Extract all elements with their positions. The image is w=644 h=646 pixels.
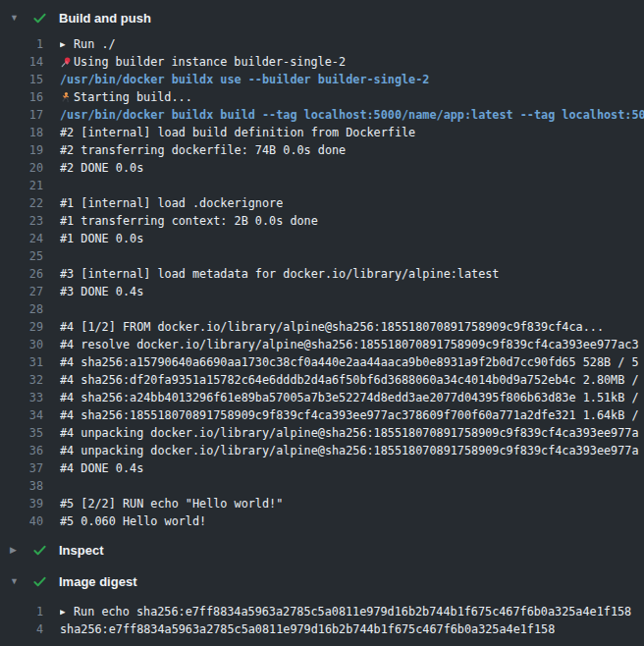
line-text: #4 sha256:185518070891758909c9f839cf4ca3…	[60, 406, 639, 424]
line-text: #4 unpacking docker.io/library/alpine@sh…	[60, 442, 639, 459]
line-text-value: #1 [internal] load .dockerignore	[60, 194, 283, 212]
log-line: 21	[0, 177, 644, 194]
line-number[interactable]: 1	[0, 35, 43, 53]
log-line: 24 #1 DONE 0.0s	[0, 230, 644, 247]
line-text: #1 DONE 0.0s	[60, 230, 143, 247]
log-line: 37 #4 DONE 0.4s	[0, 459, 644, 477]
log-line: 34 #4 sha256:185518070891758909c9f839cf4…	[0, 406, 644, 424]
section-header-inspect[interactable]: ▶ Inspect	[0, 540, 644, 560]
line-number[interactable]: 4	[0, 620, 43, 638]
line-number[interactable]: 23	[0, 212, 43, 230]
line-number[interactable]: 25	[0, 247, 43, 265]
line-text: ▶Run echo sha256:e7ff8834a5963a2785c5a08…	[60, 603, 631, 620]
section-build-and-push: ▼ Build and push 1 ▶Run ./ 14 Using buil…	[0, 8, 644, 530]
line-text: #2 DONE 0.0s	[60, 159, 143, 177]
line-number[interactable]: 32	[0, 371, 43, 389]
line-number[interactable]: 36	[0, 442, 43, 459]
line-text-value: #2 DONE 0.0s	[60, 159, 143, 177]
line-number[interactable]: 17	[0, 106, 43, 124]
line-number[interactable]: 22	[0, 194, 43, 212]
line-text: #3 [internal] load metadata for docker.i…	[60, 265, 499, 283]
log-line: 29 #4 [1/2] FROM docker.io/library/alpin…	[0, 318, 644, 336]
pushpin-icon	[60, 56, 74, 69]
section-inspect: ▶ Inspect	[0, 540, 644, 560]
line-text: Starting build...	[60, 88, 192, 106]
line-text-value: Run echo sha256:e7ff8834a5963a2785c5a081…	[74, 603, 631, 620]
runner-icon	[60, 91, 74, 104]
line-text-value: sha256:e7ff8834a5963a2785c5a0811e979d16b…	[60, 620, 555, 638]
line-number[interactable]: 34	[0, 406, 43, 424]
line-number[interactable]: 26	[0, 265, 43, 283]
line-text-value: Using builder instance builder-single-2	[74, 53, 346, 71]
line-number[interactable]: 31	[0, 353, 43, 371]
line-text: #5 [2/2] RUN echo "Hello world!"	[60, 495, 283, 512]
twisty-icon: ▶	[10, 540, 32, 560]
log-line: 19 #2 transferring dockerfile: 74B 0.0s …	[0, 141, 644, 159]
log-line: 30 #4 resolve docker.io/library/alpine@s…	[0, 336, 644, 353]
twisty-icon: ▼	[10, 8, 32, 27]
log-line: 35 #4 unpacking docker.io/library/alpine…	[0, 424, 644, 442]
section-header-build-and-push[interactable]: ▼ Build and push	[0, 8, 644, 27]
line-text-value: #5 0.060 Hello world!	[60, 512, 206, 530]
log-line: 27 #3 DONE 0.4s	[0, 283, 644, 300]
line-text: #4 sha256:a15790640a6690aa1730c38cf0a440…	[60, 353, 639, 371]
section-body: 1 ▶Run ./ 14 Using builder instance buil…	[0, 35, 644, 530]
line-number[interactable]: 1	[0, 603, 43, 620]
line-text: #2 transferring dockerfile: 74B 0.0s don…	[60, 141, 346, 159]
line-text-value: #4 unpacking docker.io/library/alpine@sh…	[60, 442, 639, 459]
line-number[interactable]: 27	[0, 283, 43, 300]
line-text: #4 resolve docker.io/library/alpine@sha2…	[60, 336, 639, 353]
line-text-value: #3 DONE 0.4s	[60, 283, 143, 300]
line-number[interactable]: 28	[0, 300, 43, 318]
section-image-digest: ▼ Image digest 1 ▶Run echo sha256:e7ff88…	[0, 571, 644, 638]
check-icon	[32, 574, 59, 589]
line-number[interactable]: 35	[0, 424, 43, 442]
line-text-value: #4 sha256:185518070891758909c9f839cf4ca3…	[60, 406, 639, 424]
line-number[interactable]: 24	[0, 230, 43, 247]
line-text-value: #4 sha256:a24bb4013296f61e89ba57005a7b3e…	[60, 389, 639, 406]
line-number[interactable]: 15	[0, 71, 43, 88]
line-number[interactable]: 19	[0, 141, 43, 159]
line-text: #4 DONE 0.4s	[60, 459, 143, 477]
line-number[interactable]: 21	[0, 177, 43, 194]
expand-run-icon[interactable]: ▶	[60, 603, 74, 620]
line-number[interactable]: 30	[0, 336, 43, 353]
line-number[interactable]: 20	[0, 159, 43, 177]
line-number[interactable]: 16	[0, 88, 43, 106]
line-text: #3 DONE 0.4s	[60, 283, 143, 300]
line-text: #1 transferring context: 2B 0.0s done	[60, 212, 318, 230]
section-title: Build and push	[59, 11, 151, 26]
line-text: /usr/bin/docker buildx use --builder bui…	[60, 71, 429, 88]
line-number[interactable]: 37	[0, 459, 43, 477]
line-number[interactable]: 38	[0, 477, 43, 495]
twisty-icon: ▼	[10, 571, 32, 591]
line-text: #4 sha256:a24bb4013296f61e89ba57005a7b3e…	[60, 389, 639, 406]
line-text-value: #4 [1/2] FROM docker.io/library/alpine@s…	[60, 318, 604, 336]
line-number[interactable]: 40	[0, 512, 43, 530]
line-text-value: #2 transferring dockerfile: 74B 0.0s don…	[60, 141, 346, 159]
log-line: 4 sha256:e7ff8834a5963a2785c5a0811e979d1…	[0, 620, 644, 638]
line-text-value: Starting build...	[74, 88, 192, 106]
line-number[interactable]: 18	[0, 124, 43, 141]
line-number[interactable]: 39	[0, 495, 43, 512]
line-text-value: /usr/bin/docker buildx use --builder bui…	[60, 71, 429, 88]
log-line: 15 /usr/bin/docker buildx use --builder …	[0, 71, 644, 88]
log-line: 14 Using builder instance builder-single…	[0, 53, 644, 71]
section-header-image-digest[interactable]: ▼ Image digest	[0, 571, 644, 591]
log-line: 22 #1 [internal] load .dockerignore	[0, 194, 644, 212]
line-number[interactable]: 29	[0, 318, 43, 336]
log-line: 16 Starting build...	[0, 88, 644, 106]
line-text-value: #2 [internal] load build definition from…	[60, 124, 415, 141]
line-text: #5 0.060 Hello world!	[60, 512, 206, 530]
line-number[interactable]: 14	[0, 53, 43, 71]
line-text-value: #3 [internal] load metadata for docker.i…	[60, 265, 499, 283]
expand-run-icon[interactable]: ▶	[60, 35, 74, 53]
log-line: 18 #2 [internal] load build definition f…	[0, 124, 644, 141]
line-text: #4 [1/2] FROM docker.io/library/alpine@s…	[60, 318, 604, 336]
workflow-log: ▼ Build and push 1 ▶Run ./ 14 Using buil…	[0, 0, 644, 646]
log-line: 39 #5 [2/2] RUN echo "Hello world!"	[0, 495, 644, 512]
line-text-value: #4 resolve docker.io/library/alpine@sha2…	[60, 336, 639, 353]
line-number[interactable]: 33	[0, 389, 43, 406]
log-line: 38	[0, 477, 644, 495]
line-text: #4 unpacking docker.io/library/alpine@sh…	[60, 424, 639, 442]
